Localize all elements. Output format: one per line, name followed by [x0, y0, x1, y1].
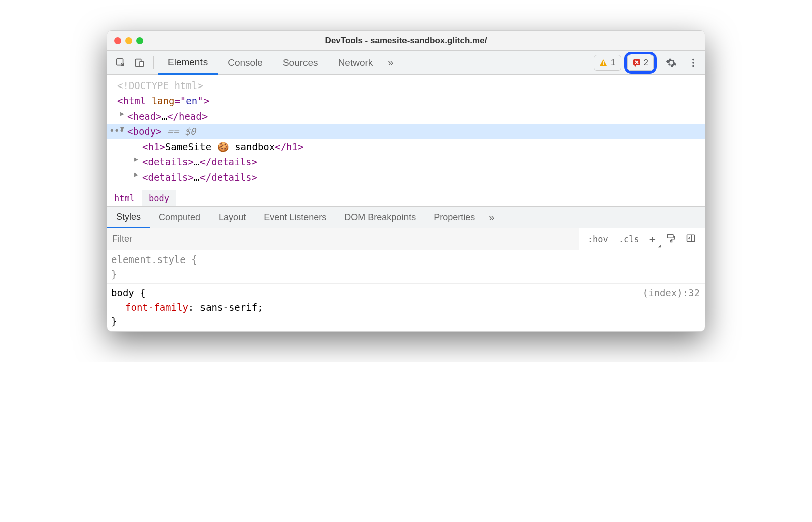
breadcrumbs: html body	[107, 190, 705, 206]
expand-triangle-icon[interactable]: ▶	[132, 154, 140, 165]
tab-elements[interactable]: Elements	[158, 51, 218, 75]
paint-button[interactable]	[662, 231, 680, 247]
toggle-sidebar-button[interactable]	[682, 231, 700, 247]
panel-tabs: Elements Console Sources Network »	[158, 51, 398, 74]
main-toolbar: Elements Console Sources Network » 1 2	[107, 51, 705, 75]
dom-node-h1[interactable]: <h1>SameSite 🍪 sandbox</h1>	[107, 139, 705, 154]
sidebar-icon	[686, 233, 696, 243]
new-style-rule-button[interactable]: + ◢	[645, 231, 660, 247]
warnings-badge[interactable]: 1	[594, 55, 621, 71]
tab-label: Elements	[168, 57, 208, 68]
body-rule[interactable]: (index):32 body { font-family: sans-seri…	[107, 284, 705, 331]
dom-tree[interactable]: <!DOCTYPE html> <html lang="en"> ▶<head>…	[107, 75, 705, 190]
titlebar: DevTools - samesite-sandbox.glitch.me/	[107, 31, 705, 51]
stab-properties[interactable]: Properties	[425, 207, 484, 228]
crumb-html[interactable]: html	[107, 190, 142, 206]
hov-toggle[interactable]: :hov	[584, 232, 613, 246]
tab-label: Network	[338, 57, 373, 68]
dom-node-html[interactable]: <html lang="en">	[107, 93, 705, 108]
styles-filter-input[interactable]	[107, 228, 579, 250]
tab-label: Console	[228, 57, 263, 68]
devtools-window: DevTools - samesite-sandbox.glitch.me/ E…	[107, 30, 705, 332]
more-styles-tabs-button[interactable]: »	[484, 207, 499, 228]
stab-computed[interactable]: Computed	[150, 207, 210, 228]
cls-toggle[interactable]: .cls	[615, 232, 643, 246]
toolbar-separator	[153, 56, 154, 69]
dom-node-details-2[interactable]: ▶<details>…</details>	[107, 169, 705, 185]
svg-rect-3	[603, 61, 604, 64]
issues-badge[interactable]: 2	[627, 55, 654, 71]
tab-network[interactable]: Network	[328, 51, 383, 74]
paint-icon	[666, 233, 676, 243]
tab-sources[interactable]: Sources	[273, 51, 328, 74]
svg-rect-9	[667, 234, 673, 238]
expand-triangle-icon[interactable]: ▶	[118, 109, 126, 119]
tab-console[interactable]: Console	[218, 51, 273, 74]
warning-icon	[599, 59, 607, 67]
plus-icon: +	[649, 233, 656, 245]
inspect-element-button[interactable]	[113, 55, 128, 70]
stab-layout[interactable]: Layout	[210, 207, 255, 228]
svg-point-7	[692, 62, 694, 64]
element-style-rule[interactable]: element.style { }	[107, 250, 705, 284]
dom-node-details-1[interactable]: ▶<details>…</details>	[107, 154, 705, 169]
styles-pane: element.style { } (index):32 body { font…	[107, 250, 705, 331]
styles-tabbar: Styles Computed Layout Event Listeners D…	[107, 206, 705, 228]
source-link[interactable]: (index):32	[643, 286, 700, 300]
dom-node-doctype[interactable]: <!DOCTYPE html>	[107, 78, 705, 93]
warnings-count: 1	[611, 58, 615, 68]
dom-node-body-selected[interactable]: •••▼<body> == $0	[107, 124, 705, 139]
tab-label: Sources	[283, 57, 318, 68]
window-title: DevTools - samesite-sandbox.glitch.me/	[107, 36, 705, 46]
issues-highlight: 2	[624, 52, 657, 74]
expand-triangle-icon[interactable]: ▶	[132, 169, 140, 180]
corner-triangle-icon: ◢	[658, 243, 661, 248]
styles-filter-bar: :hov .cls + ◢	[107, 228, 705, 250]
svg-rect-2	[140, 61, 143, 66]
kebab-icon	[688, 57, 699, 68]
styles-filter-tools: :hov .cls + ◢	[579, 231, 705, 247]
stab-event-listeners[interactable]: Event Listeners	[255, 207, 335, 228]
dom-node-head[interactable]: ▶<head>…</head>	[107, 109, 705, 124]
svg-point-8	[692, 65, 694, 67]
device-toolbar-button[interactable]	[132, 55, 147, 70]
settings-button[interactable]	[664, 55, 679, 70]
gear-icon	[666, 57, 677, 68]
collapse-triangle-icon[interactable]: ▼	[118, 124, 126, 134]
crumb-body[interactable]: body	[142, 190, 176, 206]
stab-styles[interactable]: Styles	[107, 207, 150, 228]
stab-dom-breakpoints[interactable]: DOM Breakpoints	[335, 207, 425, 228]
toolbar-right: 1 2	[594, 52, 701, 74]
more-tabs-button[interactable]: »	[383, 51, 398, 74]
svg-rect-4	[603, 64, 604, 65]
more-options-button[interactable]	[686, 55, 701, 70]
issues-icon	[633, 59, 641, 67]
svg-rect-10	[670, 240, 672, 242]
issues-count: 2	[644, 58, 648, 68]
svg-point-6	[692, 58, 694, 60]
